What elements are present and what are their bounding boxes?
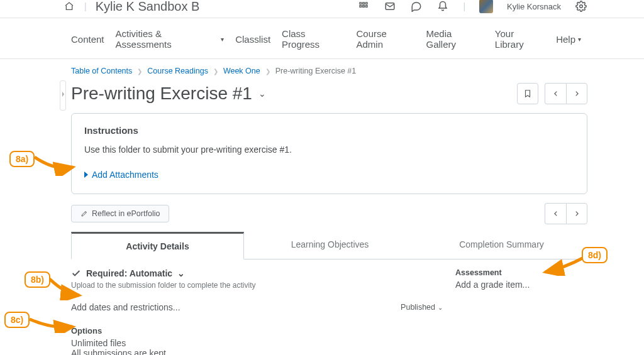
arrow-icon (33, 153, 77, 176)
pager-lower (545, 203, 587, 224)
page-title-text: Pre-writing Exercise #1 (71, 84, 252, 104)
options-line: Unlimited files (71, 338, 443, 348)
chevron-down-icon: ▾ (221, 36, 224, 43)
arrow-icon (542, 254, 586, 276)
course-nav: Content Activities & Assessments ▾ Class… (0, 18, 644, 58)
nav-media-gallery[interactable]: Media Gallery (426, 28, 483, 50)
nav-class-progress[interactable]: Class Progress (282, 28, 345, 50)
caret-right-icon (84, 172, 88, 178)
next-button[interactable] (566, 203, 587, 224)
options-line: All submissions are kept (71, 348, 443, 355)
published-toggle[interactable]: Published ⌄ (401, 303, 443, 312)
breadcrumb-link[interactable]: Table of Contents (71, 67, 132, 75)
gear-icon[interactable] (575, 0, 587, 13)
breadcrumb-separator: ❯ (265, 68, 270, 75)
nav-course-admin[interactable]: Course Admin (356, 28, 414, 50)
nav-content[interactable]: Content (71, 34, 104, 45)
tab-activity-details[interactable]: Activity Details (71, 232, 244, 259)
chevron-down-icon: ▾ (578, 36, 581, 43)
svg-rect-0 (360, 3, 362, 4)
separator: | (84, 1, 87, 11)
instructions-heading: Instructions (84, 125, 574, 136)
breadcrumb-separator: ❯ (137, 68, 142, 75)
home-icon[interactable] (63, 0, 75, 13)
breadcrumb-link[interactable]: Week One (223, 67, 260, 75)
instructions-card: Instructions Use this folder to submit y… (71, 113, 587, 194)
pager (545, 83, 587, 104)
nav-activities-label: Activities & Assessments (116, 28, 219, 50)
svg-rect-5 (366, 6, 368, 8)
topbar-right: | Kylie Korsnack (357, 0, 587, 13)
mid-row: Reflect in ePortfolio (71, 203, 587, 224)
dates-row: Add dates and restrictions... Published … (71, 302, 443, 312)
bookmark-button[interactable] (517, 83, 538, 104)
nav-help-label: Help (556, 34, 575, 45)
annotation-8a: 8a) (9, 151, 35, 167)
activity-details-panel: Required: Automatic ⌄ Upload to the subm… (71, 268, 443, 355)
mail-icon[interactable] (384, 0, 396, 13)
reflect-eportfolio-button[interactable]: Reflect in ePortfolio (71, 205, 169, 222)
arrow-icon (48, 275, 82, 300)
annotation-8b: 8b) (25, 271, 50, 288)
next-button[interactable] (566, 83, 587, 104)
add-attachments-link[interactable]: Add Attachments (84, 170, 158, 180)
svg-rect-4 (363, 6, 365, 8)
breadcrumb-link[interactable]: Course Readings (147, 67, 208, 75)
prev-button[interactable] (545, 83, 566, 104)
title-row: Pre-writing Exercise #1 ⌄ (71, 83, 587, 104)
tab-body: Required: Automatic ⌄ Upload to the subm… (71, 259, 587, 355)
page-title: Pre-writing Exercise #1 ⌄ (71, 84, 266, 104)
chevron-down-icon: ⌄ (438, 304, 443, 311)
breadcrumb-separator: ❯ (213, 68, 218, 75)
svg-rect-1 (363, 3, 365, 4)
apps-icon[interactable] (357, 0, 370, 13)
breadcrumb: Table of Contents ❯ Course Readings ❯ We… (71, 59, 587, 83)
arrow-icon (28, 314, 77, 333)
topbar: | Kylie K Sandbox B | Kylie Korsnack (0, 0, 644, 18)
breadcrumb-current: Pre-writing Exercise #1 (275, 67, 357, 75)
course-title[interactable]: Kylie K Sandbox B (96, 0, 200, 14)
topbar-left: | Kylie K Sandbox B (63, 0, 199, 14)
published-label: Published (401, 303, 435, 312)
tab-learning-objectives[interactable]: Learning Objectives (244, 232, 416, 259)
add-dates-link[interactable]: Add dates and restrictions... (71, 302, 180, 312)
instructions-body: Use this folder to submit your pre-writi… (84, 145, 574, 155)
tabs: Activity Details Learning Objectives Com… (71, 232, 587, 259)
prev-button[interactable] (545, 203, 566, 224)
add-attachments-label: Add Attachments (92, 170, 158, 180)
required-label: Required: Automatic (86, 268, 172, 278)
separator: | (463, 1, 465, 11)
svg-point-7 (580, 5, 583, 8)
avatar[interactable] (479, 0, 493, 13)
title-dropdown[interactable]: ⌄ (258, 89, 266, 99)
required-hint: Upload to the submission folder to compl… (71, 281, 443, 290)
annotation-8c: 8c) (4, 312, 30, 328)
options-heading: Options (71, 326, 443, 336)
required-row[interactable]: Required: Automatic ⌄ (71, 268, 443, 278)
username[interactable]: Kylie Korsnack (507, 2, 561, 11)
nav-classlist[interactable]: Classlist (235, 34, 270, 45)
svg-rect-2 (366, 3, 368, 4)
notifications-icon[interactable] (436, 0, 449, 13)
nav-your-library[interactable]: Your Library (495, 28, 545, 50)
nav-activities[interactable]: Activities & Assessments ▾ (116, 28, 225, 50)
chat-icon[interactable] (410, 0, 423, 13)
reflect-label: Reflect in ePortfolio (92, 209, 160, 218)
annotation-8d: 8d) (582, 247, 608, 263)
svg-rect-3 (360, 6, 362, 8)
chevron-down-icon: ⌄ (177, 268, 185, 278)
assessment-panel: Assessment Add a grade item... (455, 268, 587, 355)
nav-help[interactable]: Help ▾ (556, 34, 581, 45)
add-grade-item-link[interactable]: Add a grade item... (455, 280, 587, 290)
content-area: Table of Contents ❯ Course Readings ❯ We… (0, 59, 644, 355)
title-actions (517, 83, 587, 104)
